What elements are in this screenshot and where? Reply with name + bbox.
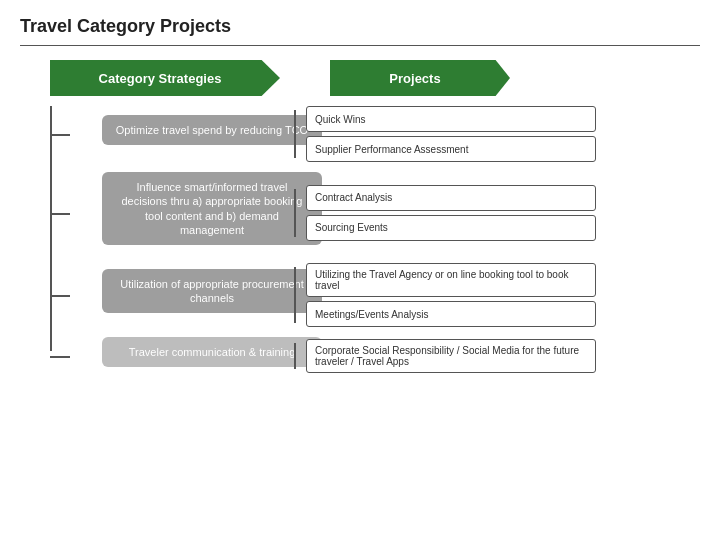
row-1-hline (50, 134, 70, 136)
row-3-right: Utilizing the Travel Agency or on line b… (290, 263, 700, 327)
project-box-1-1: Supplier Performance Assessment (306, 136, 596, 162)
project-box-2-1: Sourcing Events (306, 215, 596, 241)
title-divider (20, 45, 700, 46)
row-4: Traveler communication & training Corpor… (40, 337, 700, 375)
project-box-3-1: Meetings/Events Analysis (306, 301, 596, 327)
content-area: Optimize travel spend by reducing TCO Qu… (40, 106, 700, 375)
row-2-brace (294, 189, 296, 237)
strategy-box-1: Optimize travel spend by reducing TCO (102, 115, 322, 145)
row-2: Influence smart/informed travel decision… (40, 172, 700, 253)
project-box-3-0: Utilizing the Travel Agency or on line b… (306, 263, 596, 297)
row-1-right: Quick Wins Supplier Performance Assessme… (290, 106, 700, 162)
row-1-left: Optimize travel spend by reducing TCO (40, 115, 290, 153)
row-4-right: Corporate Social Responsibility / Social… (290, 339, 700, 373)
projects-header: Projects (330, 60, 510, 96)
row-2-left: Influence smart/informed travel decision… (40, 172, 290, 253)
row-4-left: Traveler communication & training (40, 337, 290, 375)
main-layout: Category Strategies Projects (20, 60, 700, 106)
strategy-box-3: Utilization of appropriate procurement c… (102, 269, 322, 314)
strategy-box-2: Influence smart/informed travel decision… (102, 172, 322, 245)
row-3-left: Utilization of appropriate procurement c… (40, 269, 290, 322)
page: Travel Category Projects Category Strate… (0, 0, 720, 540)
project-box-1-0: Quick Wins (306, 106, 596, 132)
project-box-2-0: Contract Analysis (306, 185, 596, 211)
projects-header-container: Projects (290, 60, 700, 106)
row-4-brace (294, 343, 296, 369)
row-3-hline (50, 295, 70, 297)
row-3: Utilization of appropriate procurement c… (40, 263, 700, 327)
row-2-right: Contract Analysis Sourcing Events (290, 185, 700, 241)
row-3-brace (294, 267, 296, 323)
row-2-hline (50, 213, 70, 215)
strategy-box-4: Traveler communication & training (102, 337, 322, 367)
row-1: Optimize travel spend by reducing TCO Qu… (40, 106, 700, 162)
strategy-header-container: Category Strategies (20, 60, 290, 106)
project-box-4-0: Corporate Social Responsibility / Social… (306, 339, 596, 373)
row-4-hline (50, 356, 70, 358)
strategy-header: Category Strategies (50, 60, 280, 96)
row-1-brace (294, 110, 296, 158)
page-title: Travel Category Projects (20, 16, 700, 37)
